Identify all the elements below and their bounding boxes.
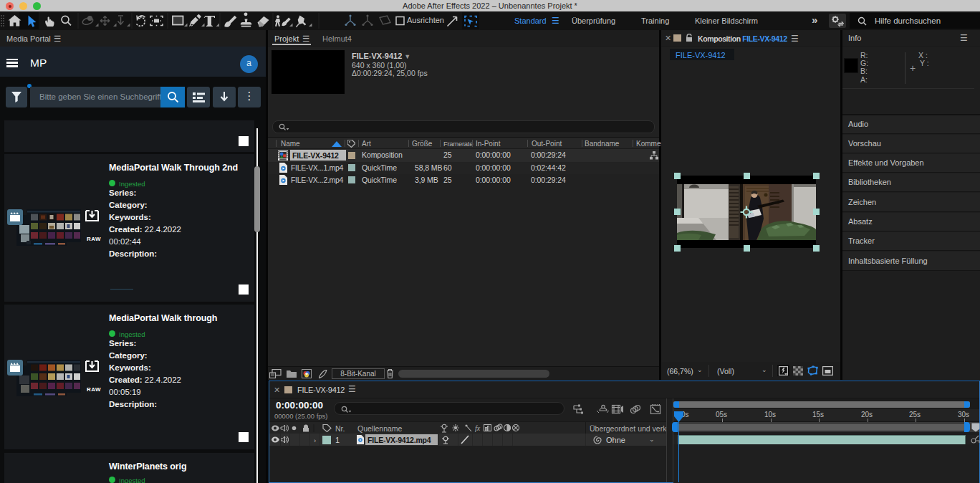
svg-text:fx: fx xyxy=(475,424,481,432)
